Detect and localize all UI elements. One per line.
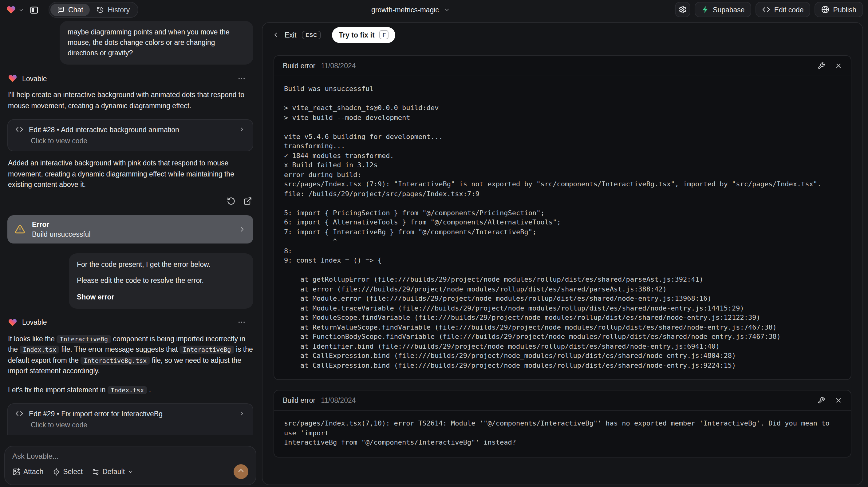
settings-button[interactable] — [675, 2, 690, 17]
assistant-message: I'll help create an interactive backgrou… — [8, 90, 253, 111]
error-panel-title: Build error — [283, 397, 315, 404]
build-log: Build was unsuccessful > vite_react_shad… — [274, 76, 851, 379]
tab-chat[interactable]: Chat — [51, 4, 90, 16]
user-message: maybe diagramming points and when you mo… — [60, 21, 253, 65]
exit-button[interactable]: Exit ESC — [272, 30, 321, 39]
supabase-label: Supabase — [713, 6, 745, 13]
chevron-right-icon — [239, 225, 246, 233]
chat-history-tabs: Chat History — [49, 2, 138, 18]
edit-card-28[interactable]: Edit #28 • Add interactive background an… — [7, 119, 253, 151]
lovable-app: Chat History growth-metrics-magic — [0, 0, 868, 487]
code-brackets-icon — [763, 5, 771, 13]
supabase-bolt-icon — [701, 5, 709, 13]
edit-code-button[interactable]: Edit code — [756, 2, 810, 17]
more-options-button[interactable] — [237, 74, 246, 83]
build-error-panel-1: Build error 11/08/2024 Build was unsu — [274, 55, 851, 380]
user-message-text: maybe diagramming points and when you mo… — [68, 28, 229, 57]
wrench-icon[interactable] — [817, 397, 825, 404]
assistant-message-text: I'll help create an interactive backgrou… — [8, 91, 244, 109]
inline-code: Index.tsx — [107, 386, 147, 394]
inline-code: Index.tsx — [20, 345, 59, 354]
chat-input-card: Attach Select — [4, 446, 256, 485]
error-panel-title: Build error — [283, 62, 315, 69]
edit-card-title: Edit #29 • Fix import error for Interact… — [29, 410, 163, 417]
error-preview-panel: Exit ESC Try to fix it F Build error 11/… — [262, 22, 863, 485]
assistant-header: Lovable — [8, 317, 246, 327]
send-button[interactable] — [234, 464, 248, 479]
edit-card-subtitle: Click to view code — [31, 137, 245, 145]
assistant-message-text: Added an interactive background with pin… — [8, 159, 234, 188]
open-external-icon[interactable] — [243, 196, 253, 206]
edit-card-title: Edit #28 • Add interactive background an… — [29, 126, 179, 133]
lovable-heart-icon — [8, 74, 17, 83]
user-message-line: Please edit the code to resolve the erro… — [77, 275, 245, 285]
error-panel-date: 11/08/2024 — [321, 397, 355, 404]
preview-header: Exit ESC Try to fix it F — [262, 23, 863, 47]
edit-card-29[interactable]: Edit #29 • Fix import error for Interact… — [7, 403, 253, 435]
assistant-message: Added an interactive background with pin… — [8, 158, 253, 190]
build-error-panel-2: Build error 11/08/2024 src/pages/Inde — [274, 390, 851, 457]
user-message-line: For the code present, I get the error be… — [77, 259, 245, 270]
code-brackets-icon — [16, 409, 23, 418]
chevron-right-icon — [239, 410, 245, 417]
esc-key-badge: ESC — [302, 30, 321, 39]
inline-code: InteractiveBg — [57, 335, 111, 343]
error-panel-date: 11/08/2024 — [321, 62, 355, 69]
target-icon — [52, 468, 60, 476]
refresh-icon[interactable] — [226, 196, 236, 206]
gear-icon — [678, 5, 686, 13]
error-card-subtitle: Build unsuccessful — [32, 230, 91, 238]
build-log: src/pages/Index.tsx(7,10): error TS2614:… — [274, 411, 851, 457]
assistant-name: Lovable — [22, 75, 47, 82]
warning-triangle-icon — [15, 224, 25, 234]
f-key-badge: F — [380, 30, 389, 39]
chevron-down-icon — [444, 7, 450, 13]
project-name: growth-metrics-magic — [371, 6, 439, 13]
tab-chat-label: Chat — [68, 6, 83, 13]
assistant-name: Lovable — [22, 318, 47, 326]
edit-card-subtitle: Click to view code — [31, 421, 245, 429]
supabase-button[interactable]: Supabase — [694, 2, 751, 17]
chevron-right-icon — [239, 126, 245, 133]
error-card-title: Error — [32, 220, 91, 228]
close-icon[interactable] — [835, 397, 842, 404]
code-brackets-icon — [16, 125, 23, 133]
chat-bubble-icon — [57, 6, 65, 13]
publish-button[interactable]: Publish — [815, 2, 863, 17]
globe-icon — [822, 5, 830, 13]
sliders-icon — [91, 468, 99, 476]
more-options-button[interactable] — [237, 318, 246, 327]
project-switcher[interactable]: growth-metrics-magic — [371, 0, 450, 20]
build-error-card[interactable]: Error Build unsuccessful — [7, 215, 253, 243]
chat-panel: maybe diagramming points and when you mo… — [0, 20, 261, 487]
publish-label: Publish — [833, 6, 856, 13]
chevron-down-icon — [19, 7, 24, 12]
close-icon[interactable] — [835, 62, 842, 69]
top-actions: Supabase Edit code Publish — [675, 2, 863, 18]
history-clock-icon — [97, 6, 104, 13]
show-error-link[interactable]: Show error — [77, 292, 245, 302]
select-button[interactable]: Select — [52, 468, 83, 476]
workspace-menu[interactable] — [6, 0, 24, 20]
chat-input[interactable] — [12, 452, 248, 464]
exit-label: Exit — [285, 31, 296, 38]
tab-history[interactable]: History — [90, 4, 137, 16]
chevron-left-icon — [272, 31, 279, 38]
arrow-up-icon — [237, 468, 245, 475]
attach-button[interactable]: Attach — [12, 468, 43, 476]
inline-code: InteractiveBg — [180, 345, 234, 354]
assistant-message: It looks like the InteractiveBg componen… — [8, 334, 253, 377]
inline-code: InteractiveBg.tsx — [81, 356, 150, 364]
edit-code-label: Edit code — [774, 6, 804, 13]
fix-button-label: Try to fix it — [339, 31, 374, 38]
user-message: For the code present, I get the error be… — [69, 253, 253, 308]
wrench-icon[interactable] — [817, 62, 825, 69]
top-bar: Chat History growth-metrics-magic — [0, 0, 868, 20]
toggle-sidebar-button[interactable] — [27, 3, 41, 17]
mode-dropdown[interactable]: Default — [91, 468, 133, 476]
image-plus-icon — [12, 468, 20, 476]
assistant-header: Lovable — [8, 74, 246, 83]
try-to-fix-button[interactable]: Try to fix it F — [332, 27, 395, 43]
lovable-heart-icon — [6, 5, 16, 15]
assistant-message: Let's fix the import statement in Index.… — [8, 385, 253, 395]
